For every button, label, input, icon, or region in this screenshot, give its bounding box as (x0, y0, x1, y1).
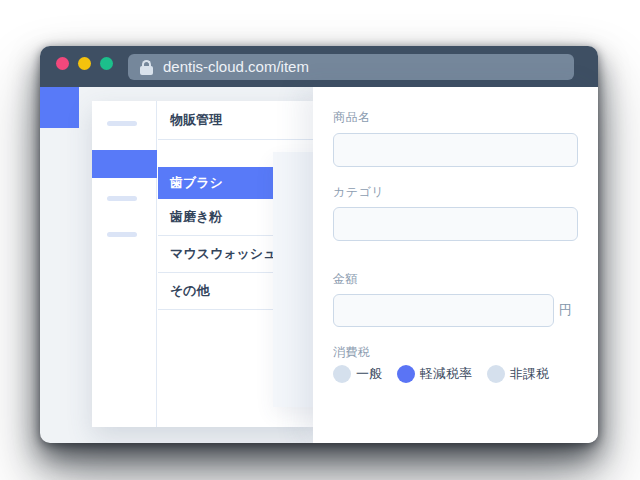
category-input[interactable] (333, 207, 578, 241)
radio-label: 軽減税率 (420, 365, 472, 383)
amount-input[interactable] (333, 294, 554, 327)
radio-label: 一般 (356, 365, 382, 383)
menu-header: 物販管理 (158, 101, 316, 140)
radio-selected-icon[interactable] (397, 365, 415, 383)
url-text: dentis-cloud.com/item (163, 54, 309, 80)
maximize-button[interactable] (100, 57, 113, 70)
close-button[interactable] (56, 57, 69, 70)
browser-titlebar: dentis-cloud.com/item (40, 46, 598, 87)
radio-icon[interactable] (487, 365, 505, 383)
menu-rail-dash (107, 121, 137, 126)
tax-option-0[interactable]: 一般 (333, 365, 382, 383)
tax-option-1[interactable]: 軽減税率 (397, 365, 472, 383)
sidebar-active-indicator[interactable] (40, 87, 79, 128)
item-form-panel: 商品名 カテゴリ 金額 円 消費税 一般軽減税率非課税 (313, 87, 598, 443)
product-name-input[interactable] (333, 133, 578, 167)
menu-icon-rail (92, 101, 157, 427)
window-controls (56, 57, 113, 70)
menu-rail-dash (107, 196, 137, 201)
menu-rail-active-item[interactable] (92, 150, 157, 178)
lock-icon (140, 60, 153, 75)
category-label: カテゴリ (333, 184, 384, 201)
yen-suffix: 円 (559, 301, 572, 319)
amount-label: 金額 (333, 271, 358, 288)
address-bar[interactable]: dentis-cloud.com/item (128, 54, 574, 80)
browser-window: dentis-cloud.com/item 物販管理 歯ブラシ歯磨き粉マウスウォ… (40, 46, 598, 443)
radio-label: 非課税 (510, 365, 549, 383)
menu-rail-dash (107, 232, 137, 237)
tax-label: 消費税 (333, 344, 371, 361)
radio-icon[interactable] (333, 365, 351, 383)
minimize-button[interactable] (78, 57, 91, 70)
tax-option-2[interactable]: 非課税 (487, 365, 549, 383)
product-name-label: 商品名 (333, 109, 371, 126)
tax-options: 一般軽減税率非課税 (333, 365, 564, 383)
